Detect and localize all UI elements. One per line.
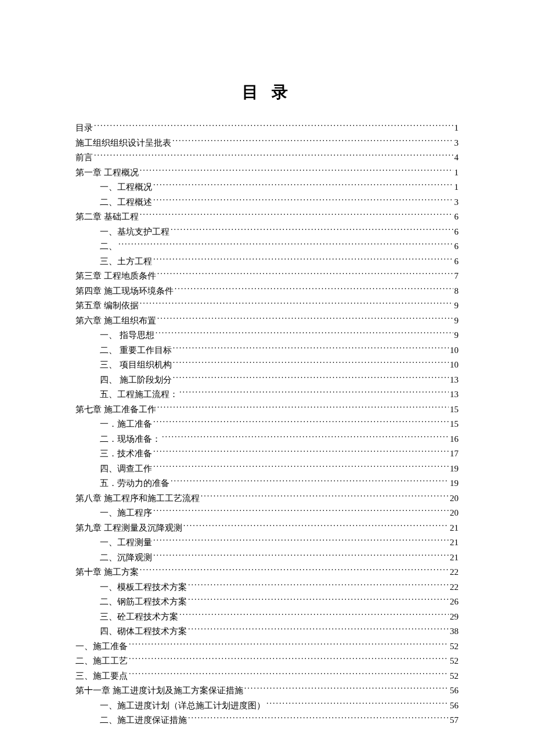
toc-entry-label: 三、砼工程技术方案 <box>100 610 178 625</box>
toc-entry-page: 15 <box>450 417 459 432</box>
toc-entry-leader <box>140 299 453 309</box>
toc-entry-leader <box>140 210 453 220</box>
toc-entry: 一、 指导思想9 <box>75 328 459 343</box>
toc-entry-label: 一．施工准备 <box>100 417 152 432</box>
toc-entry-leader <box>157 314 453 323</box>
toc-entry-page: 6 <box>454 239 459 254</box>
toc-entry-page: 21 <box>450 535 459 550</box>
toc-entry: 三、施工要点52 <box>75 669 459 684</box>
toc-entry: 前言4 <box>75 150 459 165</box>
toc-entry-label: 一、模板工程技术方案 <box>100 580 187 595</box>
toc-entry-leader <box>140 165 453 175</box>
toc-entry-label: 第八章 施工程序和施工工艺流程 <box>75 491 200 506</box>
toc-entry: 第一章 工程概况1 <box>75 165 459 181</box>
toc-entry-label: 第七章 施工准备工作 <box>75 402 156 417</box>
toc-entry-leader <box>173 358 449 368</box>
toc-entry-page: 1 <box>454 121 459 136</box>
toc-entry-leader <box>173 343 449 353</box>
toc-entry-page: 1 <box>454 165 459 181</box>
toc-entry-page: 56 <box>450 699 459 714</box>
toc-entry: 一．施工准备15 <box>75 417 459 432</box>
toc-entry-page: 52 <box>450 654 459 669</box>
toc-entry: 第二章 基础工程6 <box>75 210 459 225</box>
toc-entry-leader <box>129 669 449 679</box>
toc-entry-label: 三．技术准备 <box>100 447 152 462</box>
toc-entry-leader <box>153 254 453 264</box>
toc-entry-label: 第五章 编制依据 <box>75 298 139 314</box>
toc-entry-leader <box>244 684 449 694</box>
toc-entry-label: 前言 <box>75 150 93 165</box>
toc-entry: 第五章 编制依据9 <box>75 298 459 314</box>
toc-entry-page: 29 <box>450 610 459 625</box>
toc-entry-label: 第十一章 施工进度计划及施工方案保证措施 <box>75 683 243 699</box>
toc-entry-page: 17 <box>450 447 459 462</box>
page-title: 目 录 <box>75 81 459 103</box>
toc-entry-page: 9 <box>454 298 459 314</box>
toc-entry-page: 6 <box>454 254 459 269</box>
toc-entry-leader <box>266 699 449 708</box>
toc-entry-label: 五、工程施工流程： <box>100 387 178 402</box>
toc-entry: 第十章 施工方案22 <box>75 565 459 580</box>
toc-entry-leader <box>201 491 449 501</box>
toc-entry-label: 三、施工要点 <box>75 669 128 684</box>
toc-entry-label: 四、砌体工程技术方案 <box>100 624 187 639</box>
toc-entry-label: 二、沉降观测 <box>100 550 152 566</box>
toc-entry-page: 38 <box>450 624 459 639</box>
toc-entry: 第三章 工程地质条件7 <box>75 269 459 284</box>
toc-entry-leader <box>153 195 453 205</box>
toc-entry-leader <box>153 447 449 457</box>
toc-entry-page: 10 <box>450 343 459 358</box>
toc-entry-page: 16 <box>450 432 459 447</box>
toc-entry-page: 6 <box>454 225 459 240</box>
toc-entry: 第九章 工程测量及沉降观测21 <box>75 521 459 536</box>
toc-entry: 五、工程施工流程：13 <box>75 387 459 402</box>
toc-entry: 二、施工工艺52 <box>75 654 459 669</box>
toc-entry-page: 19 <box>450 462 459 477</box>
toc-entry-label: 二、钢筋工程技术方案 <box>100 595 187 610</box>
toc-entry-leader <box>153 417 449 427</box>
toc-entry-label: 二、 <box>100 239 117 254</box>
toc-entry-leader <box>157 402 449 412</box>
toc-entry-label: 一、 指导思想 <box>100 328 154 343</box>
toc-entry-page: 1 <box>454 180 459 195</box>
toc-entry-page: 8 <box>454 284 459 299</box>
toc-entry-leader <box>188 625 449 635</box>
toc-entry: 四、砌体工程技术方案38 <box>75 624 459 639</box>
toc-entry-leader <box>173 373 449 383</box>
toc-entry-label: 二、施工工艺 <box>75 654 128 669</box>
toc-entry-leader <box>183 521 449 531</box>
toc-entry-leader <box>157 269 453 279</box>
toc-entry-page: 9 <box>454 328 459 343</box>
toc-entry-page: 26 <box>450 595 459 610</box>
toc-entry-label: 施工组织组织设计呈批表 <box>75 136 171 151</box>
toc-entry-page: 20 <box>450 491 459 506</box>
toc-entry-leader <box>175 284 453 294</box>
toc-entry: 四、调查工作19 <box>75 462 459 477</box>
toc-entry: 二、6 <box>75 239 459 254</box>
toc-entry: 一、施工准备52 <box>75 639 459 654</box>
toc-entry-page: 20 <box>450 506 459 521</box>
toc-entry: 一、工程概况1 <box>75 180 459 195</box>
toc-entry: 五．劳动力的准备19 <box>75 476 459 491</box>
toc-entry-leader <box>118 240 453 250</box>
toc-entry-label: 第二章 基础工程 <box>75 210 139 225</box>
toc-entry-page: 3 <box>454 136 459 151</box>
toc-entry: 第十一章 施工进度计划及施工方案保证措施56 <box>75 683 459 699</box>
toc-entry-leader <box>153 462 449 471</box>
table-of-contents: 目录1施工组织组织设计呈批表3前言4第一章 工程概况1一、工程概况1二、工程概述… <box>75 121 459 728</box>
toc-entry-label: 三、 项目组织机构 <box>100 358 172 373</box>
toc-entry: 第四章 施工现场环境条件8 <box>75 284 459 299</box>
toc-entry-label: 五．劳动力的准备 <box>100 476 169 491</box>
toc-entry-label: 二、施工进度保证措施 <box>100 713 187 728</box>
toc-entry-leader <box>179 610 449 620</box>
toc-entry-page: 56 <box>450 683 459 699</box>
toc-entry: 二、 重要工作目标10 <box>75 343 459 358</box>
toc-entry-leader <box>94 121 453 131</box>
toc-entry: 二、沉降观测21 <box>75 550 459 566</box>
toc-entry-leader <box>171 477 449 487</box>
toc-entry: 三、砼工程技术方案29 <box>75 610 459 625</box>
toc-entry: 三．技术准备17 <box>75 447 459 462</box>
toc-entry-leader <box>129 654 449 664</box>
toc-entry-page: 4 <box>454 150 459 165</box>
toc-entry-label: 一、工程测量 <box>100 535 152 550</box>
